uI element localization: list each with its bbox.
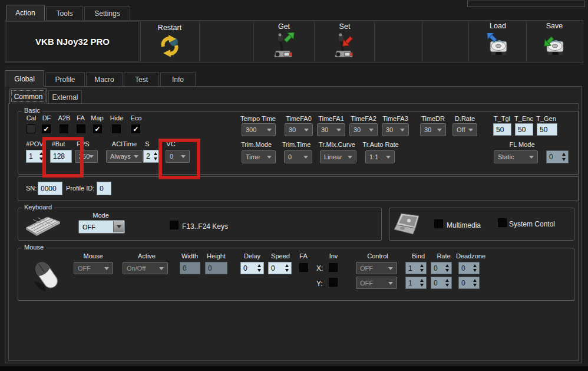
- sn-input[interactable]: 0000: [38, 182, 62, 195]
- mouse-x-control-dropdown[interactable]: OFF: [356, 262, 397, 274]
- tempo-dropdown[interactable]: 300: [242, 123, 276, 136]
- mouse-height-input[interactable]: 0: [205, 262, 227, 274]
- multimedia-checkbox[interactable]: [434, 219, 443, 228]
- chevron-down-icon[interactable]: [113, 221, 124, 232]
- mouse-y-rate-spinner[interactable]: 0: [431, 277, 452, 289]
- set-label: Set: [339, 22, 351, 31]
- trautorate-label: Tr.Auto Rate: [362, 141, 398, 148]
- save-button[interactable]: Save: [527, 21, 582, 62]
- mouse-y-bind-spinner[interactable]: 1: [405, 277, 427, 289]
- a2b-checkbox[interactable]: [60, 124, 68, 133]
- flmode-dropdown[interactable]: Static: [494, 150, 538, 163]
- mouse-y-deadzone-spinner[interactable]: 0: [458, 277, 480, 289]
- df-checkbox[interactable]: ✓: [42, 124, 51, 133]
- toolbar-separator: [374, 22, 375, 61]
- tgen-input[interactable]: 50: [537, 123, 557, 136]
- mouse-y-control-dropdown[interactable]: OFF: [356, 277, 397, 289]
- spinner-arrows-icon[interactable]: [472, 264, 478, 272]
- get-button[interactable]: Get: [255, 21, 313, 62]
- fa-checkbox[interactable]: [77, 124, 85, 133]
- bind-col-label: Bind: [412, 252, 425, 260]
- spinner-arrows-icon[interactable]: [444, 279, 450, 287]
- fa2-label: TimeFA2: [351, 115, 376, 122]
- mouse-delay-spinner[interactable]: 0: [240, 262, 264, 274]
- restart-recycle-icon: [159, 34, 180, 58]
- flmode-spin-value: 0: [549, 153, 553, 161]
- mouse-active-dropdown[interactable]: On/Off: [123, 262, 168, 274]
- kbd-mode-value: OFF: [82, 224, 95, 231]
- chevron-down-icon: [386, 156, 391, 159]
- profile-id-input[interactable]: 0: [97, 182, 111, 195]
- cal-checkbox[interactable]: [27, 124, 35, 133]
- df-label: DF: [42, 114, 51, 122]
- mouse-fa-checkbox[interactable]: [299, 263, 308, 272]
- trmixcurve-dropdown[interactable]: Linear: [320, 150, 356, 163]
- tab-info[interactable]: Info: [160, 72, 196, 87]
- subtab-external[interactable]: External: [48, 90, 82, 104]
- mouse-x-rate-spinner[interactable]: 0: [431, 262, 452, 274]
- menu-tab-tools[interactable]: Tools: [46, 6, 83, 21]
- mouse-x-deadzone-spinner[interactable]: 0: [458, 262, 480, 274]
- mouse-speed-spinner[interactable]: 0: [268, 262, 292, 274]
- timefa1-dropdown[interactable]: 30: [317, 123, 345, 136]
- toolbar-separator: [140, 22, 141, 61]
- load-button[interactable]: Load: [470, 21, 525, 62]
- fa-label: FA: [77, 114, 84, 122]
- chevron-down-icon: [267, 129, 272, 132]
- timedr-dropdown[interactable]: 30: [420, 123, 446, 136]
- multimedia-label: Multimedia: [447, 221, 481, 229]
- mouse-mode-dropdown[interactable]: OFF: [74, 262, 113, 274]
- mouse-x-bind-spinner[interactable]: 1: [405, 262, 427, 274]
- spinner-arrows-icon[interactable]: [419, 264, 425, 272]
- spinner-arrows-icon[interactable]: [561, 153, 567, 161]
- set-button[interactable]: Set: [315, 21, 373, 62]
- restart-button[interactable]: Restart: [141, 21, 198, 62]
- timefa3-dropdown[interactable]: 30: [382, 123, 409, 136]
- acitime-dropdown[interactable]: Always: [106, 150, 143, 163]
- pov-label: #POV: [26, 140, 43, 147]
- annotation-box-vc: [158, 139, 200, 179]
- map-label: Map: [91, 114, 103, 122]
- spinner-arrows-icon[interactable]: [419, 279, 425, 287]
- spinner-arrows-icon[interactable]: [153, 152, 158, 160]
- kbd-mode-dropdown[interactable]: OFF: [78, 220, 125, 234]
- pov-value: 1: [29, 152, 33, 160]
- trautorate-dropdown[interactable]: 1:1: [365, 150, 395, 163]
- menu-tab-action[interactable]: Action: [6, 5, 45, 21]
- tab-global[interactable]: Global: [5, 70, 44, 87]
- drate-dropdown[interactable]: Off: [452, 123, 477, 136]
- timefa0-dropdown[interactable]: 30: [285, 123, 313, 136]
- toolbar-separator: [199, 22, 200, 61]
- spinner-arrows-icon[interactable]: [444, 264, 450, 272]
- tab-profile[interactable]: Profile: [45, 72, 85, 87]
- mouse-x-inv-checkbox[interactable]: [329, 263, 338, 272]
- spinner-arrows-icon[interactable]: [472, 279, 478, 287]
- map-checkbox[interactable]: ✓: [93, 124, 102, 133]
- tab-test[interactable]: Test: [124, 72, 159, 87]
- spinner-arrows-icon[interactable]: [256, 264, 262, 272]
- rate-col-label: Rate: [437, 252, 450, 260]
- f13-f24-label: F13..F24 Keys: [182, 222, 228, 231]
- flmode-label: FL Mode: [509, 141, 534, 148]
- mouse-x-rate-value: 0: [434, 264, 438, 272]
- spinner-arrows-icon[interactable]: [284, 264, 290, 272]
- tenc-label: T_Enc: [514, 115, 533, 122]
- f13-f24-checkbox[interactable]: [170, 221, 179, 229]
- tenc-input[interactable]: 50: [515, 123, 533, 136]
- eco-checkbox[interactable]: ✓: [131, 124, 140, 133]
- menu-tab-settings[interactable]: Settings: [84, 6, 130, 21]
- trimtime-dropdown[interactable]: 0: [284, 150, 312, 163]
- ttgl-input[interactable]: 50: [493, 123, 511, 136]
- system-control-checkbox[interactable]: [498, 218, 507, 227]
- subtab-common[interactable]: Common: [9, 88, 47, 104]
- flmode-spinner[interactable]: 0: [546, 150, 569, 163]
- mouse-icon: [28, 257, 66, 296]
- mouse-y-inv-checkbox[interactable]: [329, 278, 338, 287]
- s-spinner[interactable]: 2: [143, 150, 160, 163]
- inv-col-label: Inv: [329, 252, 338, 260]
- mouse-width-input[interactable]: 0: [180, 262, 200, 274]
- timefa2-dropdown[interactable]: 30: [349, 123, 378, 136]
- trimmode-dropdown[interactable]: Time: [242, 150, 276, 163]
- tab-macro[interactable]: Macro: [86, 72, 123, 87]
- hide-checkbox[interactable]: [112, 124, 121, 133]
